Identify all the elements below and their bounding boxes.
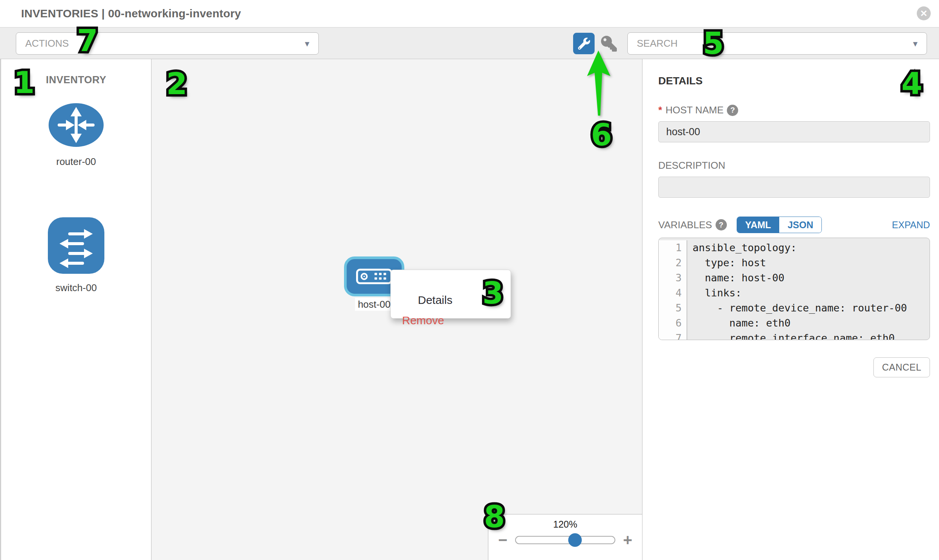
details-panel: DETAILS * HOST NAME ? DESCRIPTION VARIAB… [643, 59, 939, 560]
chevron-down-icon: ▾ [913, 38, 917, 49]
actions-label: ACTIONS [25, 38, 69, 49]
code-line: 7 remote_interface_name: eth0 [658, 331, 930, 340]
format-toggle: YAML JSON [737, 217, 822, 233]
description-label: DESCRIPTION [658, 160, 725, 171]
help-glyph: ? [719, 221, 723, 229]
variables-code-editor[interactable]: 1 ansible_topology: 2 type: host 3 name:… [658, 238, 930, 340]
context-menu-item-details[interactable]: Details [402, 276, 510, 308]
inventory-palette: INVENTORY router-00 [0, 59, 151, 560]
topology-canvas[interactable]: host-00 Details Remove 120% − + [151, 59, 643, 560]
configure-topology-button[interactable] [573, 33, 595, 54]
variables-label: VARIABLES [658, 219, 712, 231]
required-asterisk: * [658, 104, 662, 116]
router-icon [48, 102, 104, 149]
palette-item-switch[interactable]: switch-00 [1, 217, 151, 294]
actions-dropdown[interactable]: ACTIONS ▾ [16, 32, 319, 55]
yaml-toggle-button[interactable]: YAML [737, 217, 780, 233]
zoom-level: 120% [488, 519, 642, 530]
zoom-slider-track[interactable] [515, 536, 616, 544]
close-glyph: ✕ [920, 8, 927, 19]
palette-title: INVENTORY [1, 74, 151, 86]
switch-icon [48, 217, 104, 275]
help-icon[interactable]: ? [727, 105, 738, 116]
chevron-down-icon: ▾ [305, 38, 309, 49]
zoom-slider-handle[interactable] [568, 533, 582, 547]
node-context-menu: Details Remove [390, 270, 511, 318]
json-toggle-button[interactable]: JSON [779, 217, 822, 233]
help-glyph: ? [730, 106, 735, 114]
code-line: 2 type: host [658, 255, 930, 271]
code-line: 3 name: host-00 [658, 271, 930, 285]
cancel-button[interactable]: CANCEL [873, 357, 930, 377]
description-label-row: DESCRIPTION [658, 160, 930, 171]
wrench-icon [578, 38, 590, 50]
key-icon [601, 36, 617, 52]
palette-item-router[interactable]: router-00 [1, 102, 151, 168]
expand-link[interactable]: EXPAND [892, 220, 930, 231]
close-icon[interactable]: ✕ [917, 6, 931, 20]
device-label: switch-00 [1, 282, 151, 294]
key-button[interactable] [600, 35, 618, 52]
toolbar: ACTIONS ▾ SEARCH ▾ [0, 27, 939, 59]
zoom-in-button[interactable]: + [623, 534, 632, 546]
zoom-control-panel: 120% − + [488, 514, 642, 560]
host-name-label-row: * HOST NAME ? [658, 104, 930, 116]
host-icon [356, 269, 392, 284]
host-name-label: HOST NAME [665, 104, 723, 116]
help-icon[interactable]: ? [715, 219, 727, 231]
title-bar: INVENTORIES | 00-networking-inventory ✕ [0, 0, 939, 27]
device-label: router-00 [1, 156, 151, 168]
search-placeholder: SEARCH [637, 38, 677, 49]
page-title: INVENTORIES | 00-networking-inventory [21, 7, 241, 20]
code-line: 4 links: [658, 285, 930, 300]
host-name-field[interactable] [658, 121, 930, 142]
details-title: DETAILS [658, 75, 930, 87]
description-field[interactable] [658, 177, 930, 198]
variables-header-row: VARIABLES ? YAML JSON EXPAND [658, 217, 930, 233]
code-line: 5 - remote_device_name: router-00 [658, 300, 930, 315]
code-line: 1 ansible_topology: [658, 240, 930, 255]
zoom-out-button[interactable]: − [498, 534, 507, 546]
code-line: 6 name: eth0 [658, 315, 930, 331]
search-dropdown[interactable]: SEARCH ▾ [628, 32, 927, 55]
context-menu-item-remove[interactable]: Remove [402, 312, 510, 329]
